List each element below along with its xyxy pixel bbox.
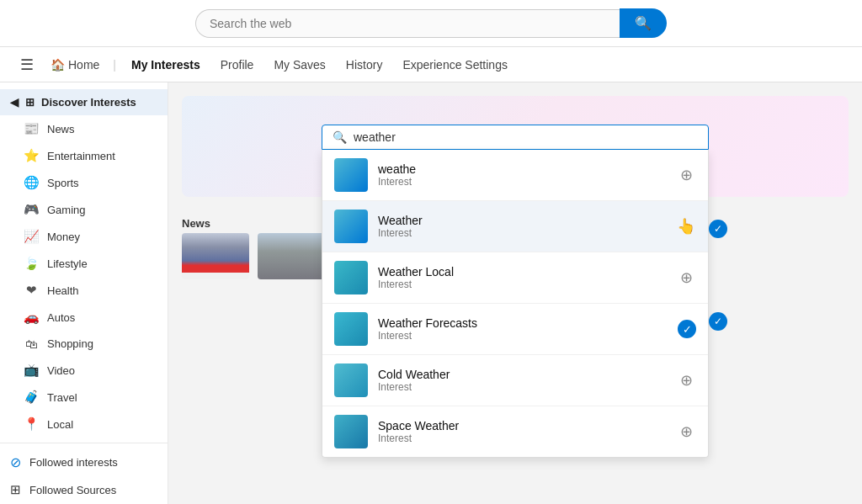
sidebar-item-health[interactable]: ❤ Health	[0, 277, 168, 304]
space-weather-info: Space Weather Interest	[378, 419, 666, 444]
sidebar-grid-icon: ⊞	[25, 96, 35, 109]
home-icon: 🏠	[51, 58, 65, 72]
weather-forecasts-type: Interest	[378, 330, 668, 342]
hamburger-menu-button[interactable]: ☰	[13, 52, 40, 77]
sidebar-item-shopping[interactable]: 🛍 Shopping	[0, 331, 168, 357]
cold-weather-type: Interest	[378, 381, 666, 393]
gaming-icon: 🎮	[24, 202, 39, 217]
sidebar-gaming-label: Gaming	[47, 204, 86, 216]
followed-sources-label: Followed Sources	[29, 484, 116, 496]
weather-info: Weather Interest	[378, 214, 666, 239]
weather-forecasts-check-badge: ✓	[709, 312, 727, 331]
weather-forecasts-info: Weather Forecasts Interest	[378, 316, 668, 342]
sidebar: ◀ ⊞ Discover Interests 📰 News ⭐ Entertai…	[0, 82, 168, 504]
weathe-icon	[334, 158, 368, 192]
travel-icon: 🧳	[24, 390, 39, 405]
dropdown-item-weather-local[interactable]: Weather Local Interest ⊕	[322, 252, 708, 304]
search-icon: 🔍	[635, 15, 652, 31]
forecasts-edge-check: ✓	[709, 312, 727, 331]
home-label: Home	[68, 58, 99, 72]
space-weather-add-button[interactable]: ⊕	[676, 422, 696, 442]
sidebar-money-label: Money	[47, 231, 80, 243]
dropdown-item-weathe[interactable]: weathe Interest ⊕	[322, 150, 708, 201]
search-dropdown: 🔍 weathe Interest ⊕	[322, 125, 709, 458]
weather-name: Weather	[378, 214, 666, 227]
interest-search-input[interactable]	[354, 130, 698, 144]
sidebar-news-label: News	[47, 123, 75, 135]
cold-weather-icon	[334, 363, 368, 397]
dropdown-item-weather-forecasts[interactable]: Weather Forecasts Interest ✓	[322, 304, 708, 355]
sidebar-item-local[interactable]: 📍 Local	[0, 411, 168, 438]
dropdown-item-weather[interactable]: Weather Interest 👆	[322, 201, 708, 252]
sidebar-item-travel[interactable]: 🧳 Travel	[0, 384, 168, 411]
sidebar-shopping-label: Shopping	[47, 337, 93, 350]
space-weather-name: Space Weather	[378, 419, 666, 432]
sports-icon: 🌐	[24, 175, 39, 190]
dropdown-item-cold-weather[interactable]: Cold Weather Interest ⊕	[322, 355, 708, 406]
top-bar: 🔍	[0, 0, 862, 47]
main-content: Discover Interests Add interests to pers…	[168, 82, 862, 504]
sidebar-discover-header[interactable]: ◀ ⊞ Discover Interests	[0, 89, 168, 115]
local-icon: 📍	[24, 416, 39, 432]
weather-local-check-badge: ✓	[709, 220, 727, 238]
sidebar-followed-interests[interactable]: ⊘ Followed interests	[0, 448, 168, 476]
cold-weather-info: Cold Weather Interest	[378, 368, 666, 393]
cold-weather-add-button[interactable]: ⊕	[676, 370, 696, 390]
weathe-type: Interest	[378, 176, 666, 188]
sidebar-sports-label: Sports	[47, 177, 79, 189]
nav-my-saves[interactable]: My Saves	[265, 55, 333, 75]
cold-weather-name: Cold Weather	[378, 368, 666, 381]
sidebar-travel-label: Travel	[47, 391, 77, 404]
sidebar-item-sports[interactable]: 🌐 Sports	[0, 169, 168, 196]
entertainment-icon: ⭐	[24, 148, 39, 163]
sidebar-item-lifestyle[interactable]: 🍃 Lifestyle	[0, 250, 168, 277]
space-weather-type: Interest	[378, 432, 666, 444]
weather-local-info: Weather Local Interest	[378, 265, 666, 290]
weather-icon	[334, 210, 368, 243]
sidebar-entertainment-label: Entertainment	[47, 150, 115, 162]
sidebar-expand-icon: ◀	[10, 96, 19, 109]
weather-forecasts-icon	[334, 312, 368, 346]
space-weather-icon	[334, 415, 368, 448]
sidebar-divider	[0, 443, 168, 443]
sidebar-item-money[interactable]: 📈 Money	[0, 223, 168, 250]
weather-action-button[interactable]: 👆	[676, 216, 696, 236]
weather-local-icon	[334, 261, 368, 294]
health-icon: ❤	[24, 283, 39, 298]
nav-profile[interactable]: Profile	[212, 55, 263, 75]
web-search-button[interactable]: 🔍	[620, 8, 667, 38]
dropdown-item-space-weather[interactable]: Space Weather Interest ⊕	[322, 406, 708, 457]
sidebar-item-video[interactable]: 📺 Video	[0, 357, 168, 384]
money-icon: 📈	[24, 229, 39, 244]
sidebar-item-gaming[interactable]: 🎮 Gaming	[0, 196, 168, 223]
nav-history[interactable]: History	[338, 55, 391, 75]
weather-type: Interest	[378, 227, 666, 239]
dropdown-search-box: 🔍	[322, 125, 709, 150]
followed-interests-label: Followed interests	[29, 456, 118, 469]
weather-local-type: Interest	[378, 279, 666, 290]
sidebar-video-label: Video	[47, 364, 75, 377]
sidebar-item-autos[interactable]: 🚗 Autos	[0, 304, 168, 331]
nav-experience-settings[interactable]: Experience Settings	[394, 55, 516, 75]
dropdown-overlay: 🔍 weathe Interest ⊕	[168, 82, 862, 504]
news-icon: 📰	[24, 121, 39, 136]
sidebar-item-entertainment[interactable]: ⭐ Entertainment	[0, 142, 168, 169]
weather-edge-check: ✓	[709, 220, 727, 238]
weather-forecasts-check-button[interactable]: ✓	[678, 320, 696, 338]
search-container: 🔍	[195, 8, 667, 38]
sidebar-autos-label: Autos	[47, 311, 75, 324]
weathe-info: weathe Interest	[378, 162, 666, 188]
web-search-input[interactable]	[195, 9, 620, 38]
sidebar-followed-sources[interactable]: ⊞ Followed Sources	[0, 476, 168, 503]
weathe-add-button[interactable]: ⊕	[676, 165, 696, 185]
followed-interests-icon: ⊘	[10, 454, 21, 470]
sidebar-item-news[interactable]: 📰 News	[0, 115, 168, 142]
weather-local-add-button[interactable]: ⊕	[676, 268, 696, 288]
followed-sources-icon: ⊞	[10, 482, 21, 497]
nav-separator: |	[113, 58, 116, 72]
content-area: ◀ ⊞ Discover Interests 📰 News ⭐ Entertai…	[0, 82, 862, 504]
lifestyle-icon: 🍃	[24, 256, 39, 271]
weather-local-name: Weather Local	[378, 265, 666, 279]
home-nav-link[interactable]: 🏠 Home	[44, 55, 106, 75]
nav-my-interests[interactable]: My Interests	[123, 55, 209, 75]
